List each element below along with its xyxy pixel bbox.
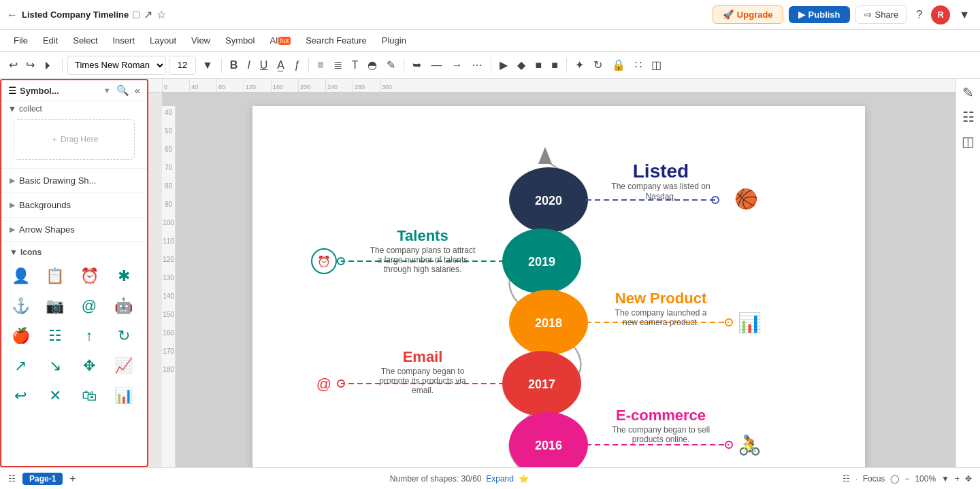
section-arrow: ▶ [10, 225, 15, 234]
menu-search-feature[interactable]: Search Feature [299, 30, 374, 52]
drag-here-box[interactable]: ＋ Drag Here [14, 119, 135, 160]
menu-select[interactable]: Select [66, 30, 104, 52]
strikethrough-button[interactable]: ƒ [291, 57, 304, 73]
canvas: 2020 2019 2018 2017 2016 2015 [252, 106, 865, 467]
menu-layout[interactable]: Layout [143, 30, 183, 52]
avatar[interactable]: R [931, 5, 950, 24]
clear-format-button[interactable]: ◓ [364, 56, 380, 73]
layers-icon[interactable]: ☷ [962, 109, 975, 125]
page-1-tab[interactable]: Page-1 [22, 473, 63, 485]
rotate-button[interactable]: ↻ [590, 56, 606, 73]
doc-icon[interactable]: □ [133, 9, 140, 21]
layers-status-icon[interactable]: ☷ [8, 474, 16, 484]
menu-ai[interactable]: AI hot [263, 30, 297, 52]
right-panel: ✎ ☷ ◫ [956, 79, 980, 467]
upgrade-button[interactable]: 🚀 Upgrade [713, 5, 783, 24]
icon-fullscreen[interactable]: ✥ [76, 352, 103, 380]
expand-link[interactable]: Expand [486, 474, 514, 484]
focus-label[interactable]: Focus [863, 474, 885, 484]
back-icon[interactable]: ← [7, 9, 18, 21]
arrow-shapes-item[interactable]: ▶ Arrow Shapes [1, 220, 147, 239]
icon-id-card[interactable]: 📋 [42, 263, 69, 290]
grid-view-icon[interactable]: ◫ [962, 133, 975, 150]
icon-exclaim[interactable]: ✱ [110, 263, 137, 290]
icon-anchor[interactable]: ⚓ [7, 292, 34, 320]
text-button[interactable]: T [348, 57, 362, 73]
star-icon[interactable]: ☆ [157, 8, 166, 21]
menu-insert[interactable]: Insert [106, 30, 142, 52]
share-button[interactable]: ⇨ Share [855, 5, 908, 24]
menu-edit[interactable]: Edit [36, 30, 65, 52]
icon-apple[interactable]: 🍎 [7, 322, 34, 350]
add-page-button[interactable]: + [69, 473, 76, 485]
italic-button[interactable]: I [244, 57, 253, 73]
grid-button[interactable]: ◫ [648, 56, 665, 73]
font-color-button[interactable]: A̲ [274, 56, 288, 73]
connect-button[interactable]: ➥ [409, 56, 425, 73]
shape-button[interactable]: ◆ [514, 56, 529, 73]
font-size-input[interactable] [169, 56, 196, 75]
icon-reply[interactable]: ↩ [7, 382, 34, 409]
image-button[interactable]: ▶ [496, 56, 511, 73]
icon-chart-bar[interactable]: 📊 [110, 382, 137, 409]
group-button[interactable]: ∷ [632, 56, 645, 73]
icon-arrow-upleft[interactable]: ↗ [7, 352, 34, 380]
year-2018: 2018 [535, 316, 562, 330]
search-icon[interactable]: 🔍 [116, 84, 129, 97]
undo-button[interactable]: ↩ [5, 56, 21, 73]
icon-trend-up[interactable]: 📈 [110, 352, 137, 380]
edit-icon[interactable]: ✎ [962, 84, 974, 101]
font-size-dropdown[interactable]: ▼ [199, 57, 216, 73]
underline-button[interactable]: U [257, 57, 272, 73]
table-button[interactable]: ■ [548, 57, 561, 73]
menu-view[interactable]: View [184, 30, 217, 52]
menu-symbol[interactable]: Symbol [218, 30, 261, 52]
menu-plugin[interactable]: Plugin [375, 30, 413, 52]
icon-grid[interactable]: ​☷ [42, 322, 69, 350]
fullscreen-button[interactable]: ✥ [965, 474, 972, 484]
align-options-button[interactable]: ≣ [330, 56, 346, 73]
zoom-dropdown[interactable]: ▼ [941, 474, 949, 484]
talents-desc3: through high salaries. [384, 265, 462, 274]
zoom-out-button[interactable]: − [904, 474, 909, 484]
icon-close-x[interactable]: ✕ [42, 382, 69, 409]
redo-button[interactable]: ↪ [22, 56, 38, 73]
icon-arrow-up[interactable]: ↑ [76, 322, 103, 350]
publish-button[interactable]: ▶ Publish [789, 6, 850, 23]
magic-button[interactable]: ✦ [572, 56, 587, 73]
arrow-shapes-section: ▶ Arrow Shapes [1, 218, 147, 242]
line-style-button[interactable]: — [427, 57, 445, 73]
panel-header: ☰ Symbol... ▼ 🔍 « [1, 80, 147, 101]
layers-icon-status[interactable]: ☷ [843, 474, 850, 484]
icon-robot[interactable]: 🤖 [110, 292, 137, 320]
lock-button[interactable]: 🔒 [608, 56, 629, 73]
menu-file[interactable]: File [7, 30, 35, 52]
icon-refresh[interactable]: ↻ [110, 322, 137, 350]
icon-person[interactable]: 👤 [7, 263, 34, 290]
bold-button[interactable]: B [227, 57, 242, 73]
collapse-icon[interactable]: « [135, 84, 140, 97]
canvas-area[interactable]: 0 40 80 120 160 200 240 280 300 40 50 60… [148, 79, 956, 467]
basic-drawing-item[interactable]: ▶ Basic Drawing Sh... [1, 171, 147, 190]
pen-button[interactable]: ✎ [383, 56, 399, 73]
extra-undo[interactable]: ⏵ [39, 56, 57, 73]
zoom-in-button[interactable]: + [955, 474, 960, 484]
backgrounds-item[interactable]: ▶ Backgrounds [1, 196, 147, 214]
talents-desc2: a large number of talents [378, 255, 468, 265]
align-center-button[interactable]: ≡ [314, 57, 327, 73]
focus-icon[interactable]: ⸱ [855, 474, 858, 484]
icon-camera[interactable]: 📷 [42, 292, 69, 320]
icon-at[interactable]: @ [76, 292, 103, 320]
canvas-wrapper[interactable]: 40 50 60 70 80 90 100 110 120 130 140 15… [162, 92, 956, 467]
icon-bag[interactable]: 🛍 [76, 382, 103, 409]
crop-button[interactable]: ■ [532, 57, 545, 73]
share-doc-icon[interactable]: ↗ [144, 8, 152, 21]
icon-alarm[interactable]: ⏰ [76, 263, 103, 290]
dropdown-icon[interactable]: ▼ [956, 7, 973, 23]
icon-arrow-downright[interactable]: ↘ [42, 352, 69, 380]
help-icon[interactable]: ? [913, 7, 926, 23]
font-family-select[interactable]: Times New Roman [67, 56, 166, 75]
dot-line-button[interactable]: ⋯ [468, 56, 486, 73]
arrow-button[interactable]: → [448, 57, 466, 73]
talents-title: Talents [397, 227, 448, 244]
